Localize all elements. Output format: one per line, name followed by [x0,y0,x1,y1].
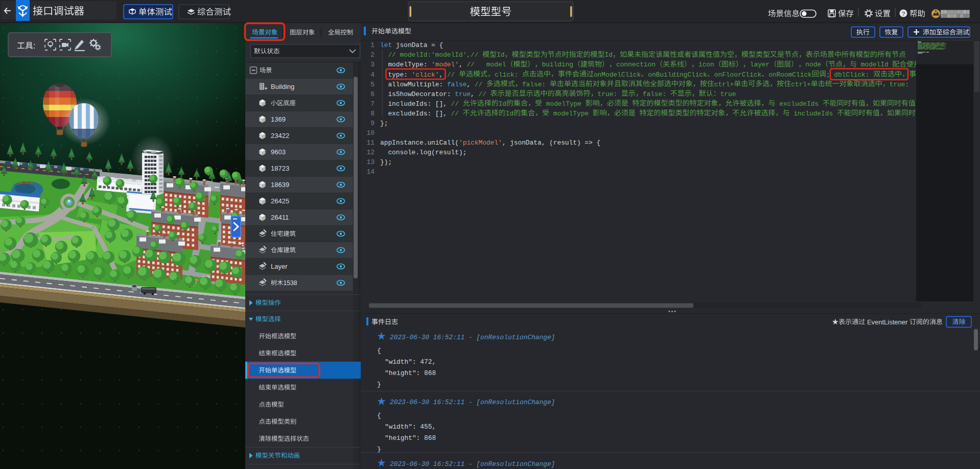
svg-text:includeIds: [],: includeIds: [], [380,100,451,108]
svg-text:,: , [471,90,478,98]
svg-text:9603: 9603 [271,148,286,156]
svg-text:'pickModel': 'pickModel' [459,139,502,147]
svg-text:jsonData = {: jsonData = { [396,41,443,49]
svg-text:ctrl+: ctrl+ [791,81,811,88]
svg-text:6: 6 [370,90,375,98]
svg-text:18723: 18723 [271,165,289,172]
svg-text:}: } [377,381,381,388]
svg-text:2023-06-30 16:52:11 - [onResol: 2023-06-30 16:52:11 - [onResolutionChang… [390,334,555,341]
svg-text:Id: Id [605,51,613,59]
svg-text:true: true [720,90,736,98]
svg-text:excludeIds: [],: excludeIds: [], [380,110,451,118]
svg-text:onBuildingClick: onBuildingClick [648,71,707,79]
svg-text:1369: 1369 [271,115,286,123]
svg-text:8: 8 [370,110,375,118]
svg-text:26411: 26411 [271,214,289,221]
svg-text:,: , [459,61,466,68]
svg-text:"width": 455,: "width": 455, [385,423,436,431]
svg-text:};: }; [380,120,388,127]
svg-text:node: node [805,61,821,68]
svg-text:2: 2 [370,51,375,59]
svg-text:});: }); [380,158,392,166]
svg-text:3: 3 [370,61,375,68]
svg-text:connection: connection [616,61,656,68]
svg-text:5: 5 [370,81,375,88]
svg-text::: : [33,41,35,50]
svg-text://: // [447,71,459,79]
svg-text:26425: 26425 [271,197,289,205]
svg-text:7: 7 [370,100,375,108]
svg-text:9: 9 [370,120,375,127]
svg-text:18639: 18639 [271,181,289,189]
svg-text:12: 12 [367,149,375,156]
svg-text:, jsonData, (result) => {: , jsonData, (result) => { [502,139,600,147]
svg-text:Id: Id [506,110,514,118]
svg-text:console.log(result);: console.log(result); [380,149,466,156]
svg-text:let: let [380,41,396,49]
svg-text:// model: // model [466,61,506,68]
svg-text:excludeIds: excludeIds [775,100,822,108]
svg-text:false:: false: [643,90,670,98]
svg-text:2023-06-30 16:52:11 - [onResol: 2023-06-30 16:52:11 - [onResolutionChang… [390,460,555,468]
svg-text:"height": 868: "height": 868 [385,434,436,442]
svg-text:onRoomClick: onRoomClick [768,71,812,79]
svg-text:// modelId:'modelId',//: // modelId:'modelId',// [380,51,482,59]
svg-text:onFloorClick: onFloorClick [714,71,762,79]
svg-text:false:: false: [522,81,550,88]
svg-text:4: 4 [370,71,375,79]
svg-text:modelId: modelId [857,61,892,68]
svg-text:layer: layer [750,61,770,68]
svg-text:appInstance.uniCall(: appInstance.uniCall( [380,139,459,147]
svg-text:modelType: modelType [542,100,586,108]
svg-text:'model': 'model' [431,61,459,68]
svg-text:icon: icon [698,61,714,68]
svg-text:type:: type: [380,71,412,79]
svg-text://: // [451,100,463,108]
svg-text:14: 14 [367,168,375,176]
svg-text:Layer: Layer [271,263,288,270]
svg-text:{: { [377,347,381,355]
svg-text:10: 10 [367,129,375,137]
svg-text:true:: true: [890,81,913,88]
svg-text:1538: 1538 [283,279,297,287]
svg-text:2023-06-30 16:52:11 - [onResol: 2023-06-30 16:52:11 - [onResolutionChang… [390,398,555,406]
svg-text:click:: click: [495,71,522,79]
svg-text:includeIds: includeIds [789,110,836,118]
svg-text:EventListener: EventListener [865,318,909,326]
svg-text://: // [475,81,486,88]
svg-text://: // [478,90,490,98]
svg-text:modelType: modelType [549,110,593,118]
svg-text:{: { [377,412,381,419]
svg-text:Id: Id [497,51,504,59]
svg-text:23422: 23422 [271,132,289,139]
svg-text:Id: Id [499,100,506,108]
svg-text:"height": 868: "height": 868 [385,369,436,377]
svg-text:11: 11 [367,139,375,147]
svg-text:; dblClick:: ; dblClick: [826,71,873,79]
svg-text:modelType:: modelType: [380,61,431,68]
svg-text:onModelClick: onModelClick [594,71,641,79]
svg-text:"width": 472,: "width": 472, [385,358,436,366]
svg-text:true: true [455,90,471,98]
svg-text:ctrl+: ctrl+ [714,81,734,88]
svg-text:false: false [447,81,467,88]
svg-text:?: ? [902,11,905,17]
svg-text:building: building [542,61,573,68]
svg-text:}: } [377,445,381,453]
svg-text:,: , [466,81,474,88]
svg-text:Building: Building [271,83,294,90]
svg-text:isShowDecorator:: isShowDecorator: [380,90,455,98]
svg-text:allowMultiple:: allowMultiple: [380,81,447,88]
svg-text://: // [451,110,463,118]
svg-text:'click': 'click' [412,71,439,79]
svg-text:1: 1 [370,41,375,49]
svg-text:true:: true: [598,90,621,98]
svg-text:13: 13 [367,158,375,166]
